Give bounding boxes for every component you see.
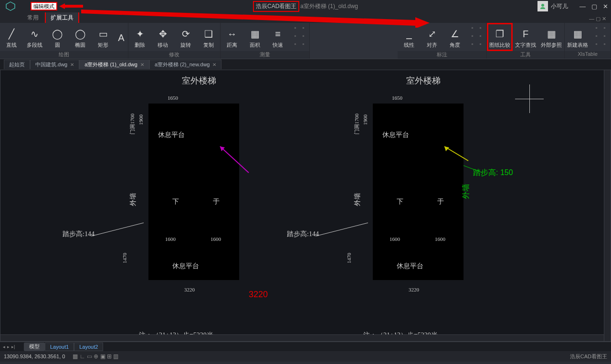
compare-icon: ❐ bbox=[493, 27, 506, 41]
drawing-svg: 下 于 休息平台 休息平台 1650 1600 1600 3220 门洞1700… bbox=[0, 70, 605, 335]
tool-angle[interactable]: ∠角度 bbox=[443, 23, 466, 51]
doc-tab-start[interactable]: 起始页 bbox=[4, 60, 30, 69]
move-icon: ✥ bbox=[156, 27, 169, 41]
brand-label: 浩辰CAD看图王 bbox=[253, 1, 299, 12]
svg-text:外墙: 外墙 bbox=[129, 193, 137, 206]
window-title: 浩辰CAD看图王 a室外楼梯 (1)_old.dwg bbox=[253, 1, 358, 12]
titlebar: 编辑模式 浩辰CAD看图王 a室外楼梯 (1)_old.dwg 小可儿 — ▢ … bbox=[0, 0, 611, 12]
tool-aligned[interactable]: ⤢对齐 bbox=[421, 23, 443, 51]
svg-text:3220: 3220 bbox=[184, 287, 195, 292]
doc-tab-old[interactable]: a室外楼梯 (1)_old.dwg✕ bbox=[79, 60, 149, 69]
edit-mode-badge[interactable]: 编辑模式 bbox=[31, 2, 57, 10]
svg-text:1600: 1600 bbox=[211, 236, 221, 242]
user-name: 小可儿 bbox=[551, 2, 568, 10]
distance-icon: ↔ bbox=[225, 27, 239, 41]
secondary-window-controls: — ▢ ✕ bbox=[584, 15, 611, 23]
svg-text:1600: 1600 bbox=[435, 236, 446, 242]
tool-distance[interactable]: ↔距离 bbox=[221, 23, 243, 51]
svg-text:门洞1700: 门洞1700 bbox=[354, 114, 359, 135]
tool-line[interactable]: ╱直线 bbox=[0, 23, 23, 51]
tool-copy[interactable]: ❑复制 bbox=[197, 23, 220, 51]
rect-icon: ▭ bbox=[96, 27, 110, 41]
status-toggle-icons[interactable]: ▦ ∟ ▭ ⊕ ▣ ⊞ ▥ bbox=[73, 353, 118, 360]
tool-delete[interactable]: ✦删除 bbox=[128, 23, 151, 51]
doc-tab-cn[interactable]: 中国建筑.dwg✕ bbox=[30, 60, 79, 69]
ribbon-group-xlstable: ▦新建表格 ▫▫▫▫▫▫ XlsTable bbox=[565, 23, 611, 59]
tool-move[interactable]: ✥移动 bbox=[151, 23, 174, 51]
svg-text:1600: 1600 bbox=[165, 236, 176, 242]
layout-tab-2[interactable]: Layout2 bbox=[74, 343, 103, 351]
ribbon-group-label: 标注 bbox=[398, 51, 486, 59]
file-name: a室外楼梯 (1)_old.dwg bbox=[300, 2, 358, 10]
svg-line-43 bbox=[91, 223, 144, 236]
layout-tab-1[interactable]: Layout1 bbox=[45, 343, 74, 351]
coords-readout: 13090.9384, 2630.3561, 0 bbox=[4, 354, 65, 359]
minimize-button[interactable]: — bbox=[579, 3, 586, 10]
svg-text:休息平台: 休息平台 bbox=[382, 131, 409, 138]
app-logo[interactable] bbox=[0, 0, 21, 12]
drawing-canvas[interactable]: 室外楼梯 室外楼梯 bbox=[0, 70, 611, 342]
ribbon-group-draw: ╱直线 ∿多段线 ◯圆 ◯椭圆 ▭矩形 A 绘图 bbox=[0, 23, 128, 59]
svg-text:休息平台: 休息平台 bbox=[158, 131, 185, 138]
window-controls: — ▢ ✕ bbox=[579, 3, 608, 10]
tool-compare[interactable]: ❐图纸比较 bbox=[487, 23, 513, 51]
circle-icon: ◯ bbox=[51, 27, 64, 41]
close-icon[interactable]: ✕ bbox=[212, 62, 216, 67]
text-icon: A bbox=[115, 31, 128, 45]
user-avatar-icon[interactable] bbox=[537, 1, 548, 11]
user-area[interactable]: 小可儿 bbox=[537, 1, 568, 11]
svg-text:外墙: 外墙 bbox=[354, 193, 361, 206]
maximize-button[interactable]: ▢ bbox=[591, 3, 597, 10]
tool-rotate[interactable]: ⟳旋转 bbox=[174, 23, 197, 51]
tool-measure-more[interactable]: ▫▫▫▫▫▫ bbox=[289, 23, 309, 51]
close-button[interactable]: ✕ bbox=[603, 3, 608, 10]
polyline-icon: ∿ bbox=[28, 27, 41, 41]
tool-area[interactable]: ▦面积 bbox=[243, 23, 266, 51]
ribbon-group-label: 修改 bbox=[128, 51, 220, 59]
svg-text:3220: 3220 bbox=[409, 287, 420, 292]
statusbar: 13090.9384, 2630.3561, 0 ▦ ∟ ▭ ⊕ ▣ ⊞ ▥ 浩… bbox=[0, 351, 611, 362]
close-icon[interactable]: ✕ bbox=[70, 62, 74, 67]
svg-text:1650: 1650 bbox=[168, 95, 179, 101]
svg-text:外墙: 外墙 bbox=[462, 184, 470, 199]
menubar: 常用 扩展工具 — ▢ ✕ bbox=[0, 12, 611, 23]
svg-text:踏步高: 150: 踏步高: 150 bbox=[473, 168, 513, 177]
ribbon-group-dim: ⎯线性 ⤢对齐 ∠角度 ▫▫▫▫▫▫ 标注 bbox=[398, 23, 487, 59]
tool-find-text[interactable]: F文字查找 bbox=[513, 23, 538, 51]
layout-nav-arrows[interactable]: ◂▸▸| bbox=[3, 344, 15, 349]
svg-text:1470: 1470 bbox=[122, 253, 127, 264]
menu-tab-ext-tools[interactable]: 扩展工具 bbox=[45, 11, 79, 23]
copy-icon: ❑ bbox=[202, 27, 215, 41]
tool-rect[interactable]: ▭矩形 bbox=[92, 23, 115, 51]
svg-marker-1 bbox=[59, 3, 83, 9]
ribbon-group-tools: ❐图纸比较 F文字查找 ▦外部参照 工具 bbox=[487, 23, 565, 59]
svg-text:门洞1700: 门洞1700 bbox=[129, 114, 135, 135]
area-icon: ▦ bbox=[248, 27, 262, 41]
tool-new-table[interactable]: ▦新建表格 bbox=[565, 23, 590, 51]
menu-tab-common[interactable]: 常用 bbox=[22, 12, 44, 23]
rotate-icon: ⟳ bbox=[179, 27, 192, 41]
tool-table-more[interactable]: ▫▫▫▫▫▫ bbox=[590, 23, 611, 51]
horizontal-scrollbar[interactable] bbox=[0, 334, 604, 341]
tool-linear[interactable]: ⎯线性 bbox=[398, 23, 421, 51]
document-tabs: 起始页 中国建筑.dwg✕ a室外楼梯 (1)_old.dwg✕ a室外楼梯 (… bbox=[0, 59, 611, 70]
layout-tabs: ◂▸▸| 模型 Layout1 Layout2 bbox=[0, 342, 611, 351]
delete-icon: ✦ bbox=[133, 27, 147, 41]
tool-xref[interactable]: ▦外部参照 bbox=[538, 23, 564, 51]
angle-icon: ∠ bbox=[448, 27, 462, 41]
svg-text:1900: 1900 bbox=[138, 114, 144, 125]
tool-polyline[interactable]: ∿多段线 bbox=[23, 23, 46, 51]
close-icon[interactable]: ✕ bbox=[140, 62, 144, 67]
vertical-scrollbar[interactable] bbox=[604, 70, 611, 341]
tool-circle[interactable]: ◯圆 bbox=[46, 23, 69, 51]
tool-text[interactable]: A bbox=[115, 23, 128, 51]
arrow-icon bbox=[59, 3, 83, 9]
tool-ellipse[interactable]: ◯椭圆 bbox=[69, 23, 92, 51]
ribbon: ╱直线 ∿多段线 ◯圆 ◯椭圆 ▭矩形 A 绘图 ✦删除 ✥移动 ⟳旋转 ❑复制… bbox=[0, 23, 611, 59]
svg-text:休息平台: 休息平台 bbox=[172, 262, 199, 270]
doc-tab-new[interactable]: a室外楼梯 (2)_new.dwg✕ bbox=[149, 60, 222, 69]
tool-dim-more[interactable]: ▫▫▫▫▫▫ bbox=[466, 23, 486, 51]
layout-tab-model[interactable]: 模型 bbox=[24, 343, 45, 351]
line-icon: ╱ bbox=[5, 27, 18, 41]
tool-quick[interactable]: ≡快速 bbox=[266, 23, 289, 51]
